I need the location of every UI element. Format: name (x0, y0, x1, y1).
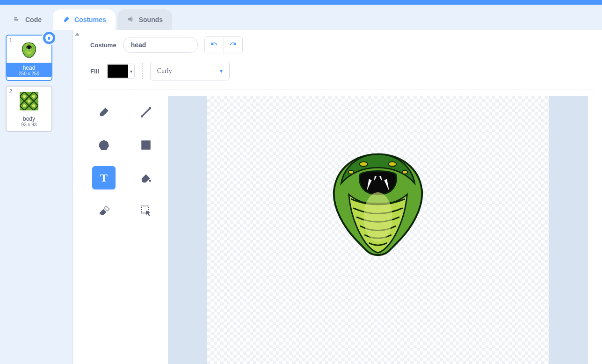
costume-dims: 93 x 93 (7, 122, 51, 127)
font-name: Curly (157, 67, 172, 75)
chevron-down-icon: ▾ (220, 68, 223, 74)
svg-point-2 (26, 45, 31, 49)
svg-point-4 (31, 44, 32, 45)
sidebar-collapse[interactable] (73, 30, 81, 364)
svg-point-6 (23, 95, 26, 98)
select-tool[interactable] (134, 199, 158, 222)
tool-palette: T (90, 96, 160, 364)
window-top-bar (0, 0, 602, 5)
fill-color-picker[interactable]: ▾ (107, 64, 135, 79)
fill-color-swatch (108, 65, 128, 78)
paint-canvas[interactable] (207, 96, 549, 364)
costume-thumb-body[interactable]: 2 body 93 x 93 (6, 86, 52, 132)
text-tool[interactable]: T (92, 166, 116, 189)
svg-marker-14 (99, 140, 109, 150)
tab-costumes-label: Costumes (74, 16, 106, 23)
bucket-icon (140, 172, 152, 184)
svg-point-21 (402, 170, 408, 174)
costume-name-block: body 93 x 93 (7, 114, 51, 128)
costume-name-input[interactable] (123, 37, 198, 53)
svg-rect-0 (14, 17, 17, 18)
redo-button[interactable] (224, 37, 242, 53)
sound-icon (127, 15, 135, 25)
svg-rect-12 (141, 116, 143, 117)
tab-bar: Code Costumes Sounds (0, 5, 602, 30)
svg-point-22 (363, 192, 392, 241)
select-icon (140, 204, 152, 217)
costume-index: 1 (9, 37, 12, 43)
workspace: 1 head 250 x 250 (0, 30, 602, 364)
svg-point-18 (360, 162, 368, 167)
svg-point-20 (348, 170, 354, 174)
svg-point-16 (149, 180, 151, 182)
costume-dims: 250 x 250 (7, 71, 51, 76)
divider (90, 89, 593, 89)
font-dropdown[interactable]: Curly ▾ (150, 62, 230, 80)
tab-code-label: Code (25, 16, 42, 23)
text-icon: T (100, 172, 108, 184)
square-icon (140, 139, 152, 151)
svg-point-10 (28, 100, 30, 102)
redo-icon (229, 41, 237, 49)
costume-name: head (7, 65, 51, 71)
costume-index: 2 (9, 88, 12, 94)
brush-icon (62, 15, 71, 25)
undo-button[interactable] (205, 37, 224, 53)
separator (142, 63, 143, 79)
svg-rect-1 (14, 19, 18, 21)
chevron-down-icon: ▾ (129, 69, 134, 74)
collapse-triangle-icon (75, 33, 80, 36)
paint-editor: Costume Fill ▾ Curly ▾ (81, 30, 602, 364)
brush-icon (98, 106, 110, 118)
costume-preview (10, 37, 48, 63)
undo-icon (210, 41, 218, 49)
canvas-background (168, 96, 588, 364)
code-icon (13, 15, 22, 25)
tab-sounds[interactable]: Sounds (117, 9, 172, 30)
delete-costume-button[interactable] (43, 32, 55, 44)
brush-tool[interactable] (92, 101, 116, 124)
undo-redo-group (204, 36, 243, 53)
svg-rect-13 (149, 107, 151, 109)
eraser-tool[interactable] (92, 199, 116, 222)
costume-thumb-head[interactable]: 1 head 250 x 250 (6, 35, 52, 81)
circle-tool[interactable] (92, 133, 116, 157)
tab-costumes[interactable]: Costumes (53, 9, 116, 30)
tab-sounds-label: Sounds (139, 16, 163, 23)
trash-icon (47, 36, 51, 40)
costume-name: body (7, 116, 51, 122)
svg-rect-15 (141, 140, 151, 150)
fill-label: Fill (90, 68, 99, 75)
line-tool[interactable] (134, 101, 158, 124)
costume-name-label: Costume (90, 42, 116, 49)
rectangle-tool[interactable] (134, 133, 158, 157)
eraser-icon (98, 204, 110, 217)
costume-sidebar: 1 head 250 x 250 (0, 30, 73, 364)
svg-point-9 (32, 104, 35, 107)
costume-preview (10, 88, 48, 114)
costume-name-block: head 250 x 250 (7, 63, 51, 77)
svg-point-19 (388, 162, 396, 167)
svg-point-8 (23, 104, 26, 107)
svg-point-7 (32, 95, 35, 98)
line-icon (140, 106, 152, 118)
canvas-artwork (324, 147, 432, 260)
svg-point-3 (26, 44, 27, 45)
fill-tool[interactable] (134, 166, 158, 189)
tab-code[interactable]: Code (4, 9, 51, 30)
circle-icon (98, 139, 110, 151)
svg-line-11 (142, 108, 150, 116)
